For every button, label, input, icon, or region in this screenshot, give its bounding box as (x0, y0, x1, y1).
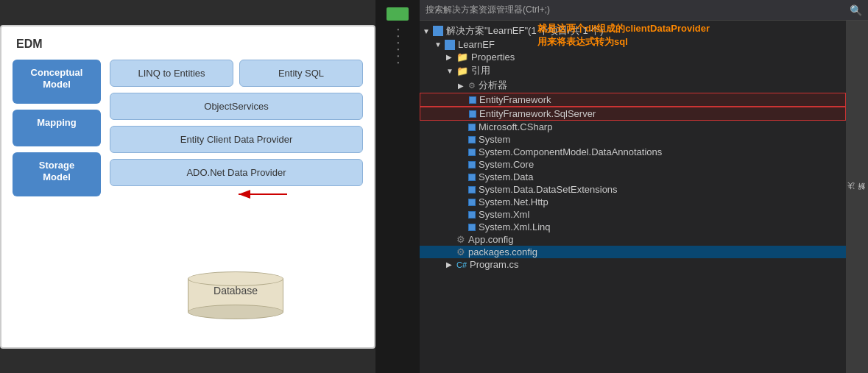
system-row[interactable]: System (420, 133, 846, 146)
packages-config-row[interactable]: ⚙ packages.config (420, 246, 846, 258)
program-cs-label: Program.cs (470, 259, 518, 270)
app-config-icon: ⚙ (456, 234, 465, 245)
program-cs-icon: C# (456, 260, 467, 269)
system-ref-icon (468, 136, 476, 143)
system-data-row[interactable]: System.Data (420, 171, 846, 183)
mapping-btn[interactable]: Mapping (13, 110, 101, 146)
packages-config-icon: ⚙ (456, 246, 465, 257)
system-core-ref-icon (468, 161, 476, 168)
storage-model-btn[interactable]: StorageModel (13, 152, 101, 196)
packages-config-label: packages.config (468, 246, 537, 257)
entityframework-sqlserver-ref-icon (469, 110, 476, 118)
analyzer-label: 分析器 (479, 79, 507, 92)
references-folder-icon: 📁 (456, 65, 468, 77)
left-panel: ▪▪▪▪▪▪ EDM ConceptualModel Mapping Stora… (0, 0, 420, 373)
entityframework-sqlserver-label: EntityFramework.SqlServer (479, 108, 596, 119)
properties-row[interactable]: ▶ 📁 Properties (420, 51, 846, 63)
entityframework-ref-icon (469, 96, 476, 104)
database-cylinder: Database (188, 271, 283, 319)
program-cs-expand-arrow: ▶ (446, 260, 456, 269)
entity-client-provider-btn[interactable]: Entity Client Data Provider (110, 126, 363, 153)
system-core-label: System.Core (479, 159, 534, 170)
diagram-title: EDM (16, 38, 363, 51)
system-xml-linq-label: System.Xml.Linq (479, 221, 551, 232)
entityframework-sqlserver-row[interactable]: EntityFramework.SqlServer (420, 107, 846, 121)
object-services-row: ObjectServices (110, 93, 363, 120)
project-row[interactable]: ▼ LearnEF (420, 38, 846, 51)
references-expand-arrow: ▼ (446, 67, 456, 75)
system-componentmodel-label: System.ComponentModel.DataAnnotations (479, 146, 662, 157)
system-data-label: System.Data (479, 171, 533, 182)
system-xml-linq-row[interactable]: System.Xml.Linq (420, 221, 846, 233)
system-data-datasetextensions-row[interactable]: System.Data.DataSetExtensions (420, 183, 846, 196)
system-net-http-row[interactable]: System.Net.Http (420, 196, 846, 208)
system-componentmodel-row[interactable]: System.ComponentModel.DataAnnotations (420, 146, 846, 158)
entityframework-row[interactable]: EntityFramework (420, 93, 846, 107)
system-net-http-label: System.Net.Http (479, 196, 548, 207)
system-componentmodel-ref-icon (468, 149, 476, 156)
object-services-btn[interactable]: ObjectServices (110, 93, 363, 120)
system-data-datasetextensions-label: System.Data.DataSetExtensions (479, 184, 618, 195)
right-strip: 解 决 (846, 21, 868, 373)
search-bar: 搜索解决方案资源管理器(Ctrl+;) 🔍 (420, 0, 868, 21)
solution-header-row[interactable]: ▼ 解决方案"LearnEF"(1 个项目/共 1 个) (420, 24, 846, 38)
search-icon[interactable]: 🔍 (850, 4, 862, 16)
system-xml-linq-ref-icon (468, 224, 476, 231)
properties-expand-arrow: ▶ (446, 53, 456, 61)
edm-model-column: ConceptualModel Mapping StorageModel (13, 60, 101, 266)
system-net-http-ref-icon (468, 199, 476, 206)
solution-tree: ▼ 解决方案"LearnEF"(1 个项目/共 1 个) ▼ LearnEF ▶… (420, 21, 846, 373)
properties-folder-icon: 📁 (456, 51, 468, 63)
solution-expand-arrow: ▼ (423, 27, 433, 35)
project-label: LearnEF (458, 39, 495, 50)
provider-row: Entity Client Data Provider (110, 126, 363, 153)
app-config-row[interactable]: ⚙ App.config (420, 233, 846, 246)
entityframework-label: EntityFramework (479, 94, 551, 105)
system-data-ref-icon (468, 174, 476, 181)
system-data-datasetextensions-ref-icon (468, 186, 476, 193)
project-icon (445, 40, 455, 50)
right-panel: 搜索解决方案资源管理器(Ctrl+;) 🔍 就是这两个dll组成的clientD… (420, 0, 868, 373)
analyzer-row[interactable]: ▶ ⚙ 分析器 (420, 78, 846, 93)
database-label: Database (188, 285, 283, 296)
microsoft-csharp-label: Microsoft.CSharp (479, 121, 552, 132)
system-core-row[interactable]: System.Core (420, 158, 846, 171)
mini-panel-label: ▪▪▪▪▪▪ (395, 26, 401, 66)
ado-net-provider-btn[interactable]: ADO.Net Data Provider (110, 159, 363, 186)
properties-label: Properties (471, 51, 515, 63)
microsoft-csharp-ref-icon (468, 124, 476, 131)
solution-icon (433, 26, 443, 36)
linq-entities-btn[interactable]: LINQ to Entities (110, 60, 233, 87)
references-label: 引用 (471, 64, 490, 77)
references-row[interactable]: ▼ 📁 引用 (420, 63, 846, 78)
system-xml-ref-icon (468, 211, 476, 219)
system-label: System (479, 134, 510, 145)
panel-wrapper: ▼ 解决方案"LearnEF"(1 个项目/共 1 个) ▼ LearnEF ▶… (420, 21, 868, 373)
system-xml-row[interactable]: System.Xml (420, 208, 846, 221)
analyzer-expand-arrow: ▶ (458, 82, 468, 90)
solution-header-label: 解决方案"LearnEF"(1 个项目/共 1 个) (446, 24, 604, 38)
microsoft-csharp-row[interactable]: Microsoft.CSharp (420, 121, 846, 133)
entity-sql-btn[interactable]: Entity SQL (239, 60, 363, 87)
project-expand-arrow: ▼ (434, 40, 445, 49)
conceptual-model-btn[interactable]: ConceptualModel (13, 60, 101, 104)
mini-side-panel: ▪▪▪▪▪▪ (375, 0, 420, 373)
system-xml-label: System.Xml (479, 209, 529, 220)
analyzer-icon: ⚙ (468, 81, 476, 90)
top-layer-row: LINQ to Entities Entity SQL (110, 60, 363, 87)
app-config-label: App.config (468, 234, 513, 245)
layers-column: LINQ to Entities Entity SQL ObjectServic… (110, 60, 363, 266)
ado-row: ADO.Net Data Provider (110, 159, 363, 186)
search-label: 搜索解决方案资源管理器(Ctrl+;) (426, 4, 847, 16)
database-container: Database (108, 271, 363, 319)
mini-green-indicator (387, 7, 409, 21)
program-cs-row[interactable]: ▶ C# Program.cs (420, 258, 846, 271)
diagram-box: EDM ConceptualModel Mapping StorageModel… (0, 25, 375, 349)
